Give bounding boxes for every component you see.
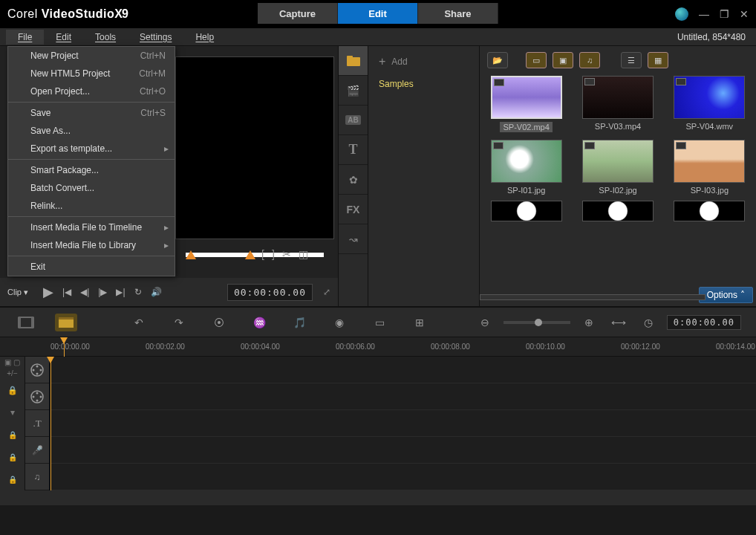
ruler-playhead[interactable] (64, 337, 65, 357)
maximize-button[interactable]: ❐ (720, 8, 729, 20)
zoom-slider[interactable] (504, 321, 570, 324)
library-item[interactable]: SP-V03.mp4 (579, 76, 656, 132)
preview-scrub-handle[interactable] (186, 250, 196, 259)
options-panel-toggle[interactable]: Options ˄ (699, 287, 753, 303)
track-expand[interactable]: ▾ (0, 401, 25, 424)
expand-preview-icon[interactable]: ⤢ (323, 287, 330, 297)
file-menu-item[interactable]: Smart Package... (8, 161, 175, 179)
prev-frame-button[interactable]: ◀| (80, 287, 89, 297)
track-lock-title[interactable]: 🔒 (0, 446, 25, 468)
go-start-button[interactable]: |◀ (62, 287, 71, 297)
tab-edit[interactable]: Edit (338, 3, 418, 24)
lib-tab-media[interactable] (339, 46, 368, 76)
menu-help[interactable]: Help (183, 30, 226, 45)
library-item[interactable] (674, 201, 745, 221)
timeline-view-button[interactable] (55, 314, 77, 331)
title-track-lane[interactable] (50, 410, 756, 437)
record-button[interactable]: ⦿ (208, 314, 230, 331)
clip-mode-label[interactable]: Clip ▾ (7, 288, 37, 297)
timeline-track-lanes[interactable] (50, 357, 756, 490)
menu-edit[interactable]: Edit (44, 30, 83, 45)
folder-samples[interactable]: Samples (373, 71, 475, 97)
tab-share[interactable]: Share (418, 3, 498, 24)
multicam-button[interactable]: ⊞ (408, 314, 431, 331)
minimize-button[interactable]: — (699, 8, 709, 20)
track-lock-video[interactable]: 🔒 (0, 379, 25, 401)
file-menu-item[interactable]: Batch Convert... (8, 179, 175, 197)
file-menu-item[interactable]: Save As... (8, 122, 175, 140)
library-item[interactable]: SP-I03.jpg (671, 140, 749, 195)
menu-file[interactable]: File (6, 30, 44, 45)
lib-tab-filter[interactable]: FX (339, 195, 368, 224)
play-button[interactable]: ▶ (43, 284, 53, 300)
cut-icon[interactable]: ✂ (282, 248, 291, 260)
timeline-timecode[interactable]: 0:00:00.00 (667, 315, 741, 330)
fit-project-button[interactable]: ⟷ (607, 314, 630, 331)
music-track-lane[interactable] (50, 464, 756, 490)
file-menu-item[interactable]: Export as template... (8, 140, 175, 158)
next-frame-button[interactable]: |▶ (98, 287, 107, 297)
mark-in-icon[interactable]: [ (261, 248, 264, 260)
track-lock-voice[interactable]: 🔒 (0, 468, 25, 490)
import-folder-button[interactable]: 📂 (487, 52, 508, 68)
timeline-ruler[interactable]: 00:00:00.0000:00:02.0000:00:04.0000:00:0… (0, 337, 756, 357)
mark-out-icon[interactable]: ] (272, 248, 275, 260)
lib-tab-instant[interactable]: 🎬 (339, 76, 368, 106)
preview-scrub-handle-end[interactable] (245, 250, 255, 259)
filter-video-button[interactable]: ▭ (526, 52, 547, 68)
redo-button[interactable]: ↷ (168, 314, 190, 331)
add-folder-button[interactable]: + Add (373, 52, 475, 71)
menu-tools[interactable]: Tools (83, 30, 128, 45)
preview-viewport[interactable] (175, 56, 334, 239)
voice-track-lane[interactable] (50, 437, 756, 464)
lib-tab-path[interactable]: ↝ (339, 224, 368, 254)
window-controls: — ❐ ✕ (675, 7, 749, 21)
file-menu-item[interactable]: Exit (8, 258, 175, 276)
track-lock-overlay[interactable]: 🔒 (0, 424, 25, 446)
video-track-lane[interactable] (50, 357, 756, 383)
library-scrollbar[interactable] (480, 294, 706, 300)
file-menu-item[interactable]: Insert Media File to Timeline (8, 218, 175, 236)
auto-music-button[interactable]: 🎵 (288, 314, 310, 331)
subtitle-button[interactable]: ▭ (368, 314, 391, 331)
file-menu-item[interactable]: Relink... (8, 197, 175, 215)
library-item[interactable]: SP-V02.mp4 (487, 76, 565, 132)
zoom-slider-knob[interactable] (535, 319, 542, 326)
lib-tab-transition[interactable]: AB (339, 106, 368, 135)
motion-track-button[interactable]: ◉ (328, 314, 351, 331)
library-item[interactable] (491, 201, 562, 221)
zoom-out-button[interactable]: ⊖ (474, 314, 496, 331)
track-toggle-presets[interactable]: ▣ ▢ (0, 357, 25, 368)
zoom-in-button[interactable]: ⊕ (578, 314, 600, 331)
library-item[interactable] (582, 201, 654, 221)
volume-button[interactable]: 🔊 (151, 287, 162, 297)
file-menu-item[interactable]: SaveCtrl+S (8, 104, 175, 122)
undo-button[interactable]: ↶ (128, 314, 150, 331)
file-menu-item[interactable]: Insert Media File to Library (8, 236, 175, 254)
overlay-track-lane[interactable] (50, 383, 756, 410)
file-menu-item[interactable]: New HTML5 ProjectCtrl+M (8, 65, 175, 82)
filter-photo-button[interactable]: ▣ (553, 52, 573, 68)
close-button[interactable]: ✕ (740, 8, 749, 20)
file-menu-item[interactable]: Open Project...Ctrl+O (8, 82, 175, 100)
filter-audio-button[interactable]: ♫ (579, 52, 600, 68)
go-end-button[interactable]: ▶| (116, 287, 125, 297)
audio-mixer-button[interactable]: ♒ (248, 314, 270, 331)
timeline-playhead[interactable] (50, 357, 51, 490)
library-item[interactable]: SP-V04.wmv (671, 76, 749, 132)
storyboard-view-button[interactable] (15, 314, 37, 331)
library-item[interactable]: SP-I02.jpg (579, 140, 656, 195)
lib-tab-graphic[interactable]: ✿ (339, 165, 368, 195)
view-list-button[interactable]: ☰ (621, 52, 642, 68)
preview-timecode[interactable]: 00:00:00.00 (227, 284, 313, 301)
track-add-row[interactable]: +/− (0, 368, 25, 379)
repeat-button[interactable]: ↻ (134, 287, 142, 297)
file-menu-item[interactable]: New ProjectCtrl+N (8, 47, 175, 65)
library-item[interactable]: SP-I01.jpg (487, 140, 565, 195)
help-globe-icon[interactable] (675, 7, 688, 21)
menu-settings[interactable]: Settings (128, 30, 183, 45)
view-thumb-button[interactable]: ▦ (648, 52, 668, 68)
tab-capture[interactable]: Capture (258, 3, 338, 24)
lib-tab-title[interactable]: T (339, 135, 368, 165)
split-icon[interactable]: ◫ (299, 248, 308, 260)
